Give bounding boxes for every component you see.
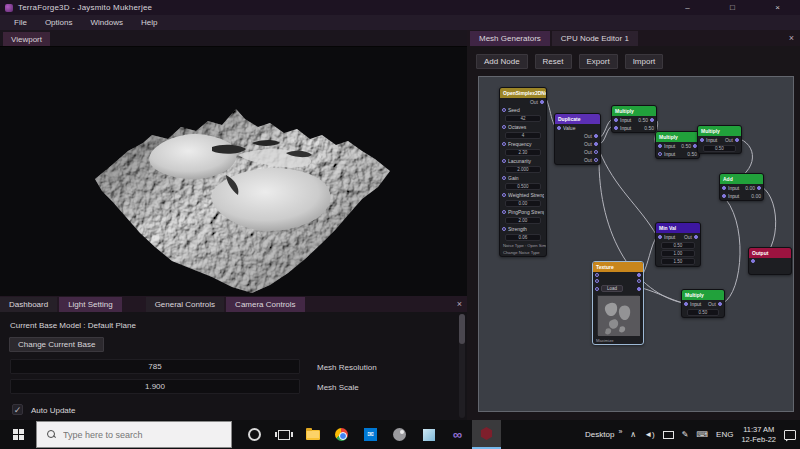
add-node-button[interactable]: Add Node [476, 54, 528, 69]
field-value[interactable]: 4 [505, 132, 541, 139]
input-pin[interactable] [595, 287, 599, 291]
cortana-button[interactable] [240, 420, 269, 449]
node-multiply-1[interactable]: Multiply Input0.50 Input0.50 [611, 105, 657, 133]
task-view-button[interactable] [269, 420, 298, 449]
field-value[interactable]: 0.50 [687, 309, 719, 316]
tab-dashboard[interactable]: Dashboard [0, 297, 57, 312]
node-editor-close-icon[interactable]: × [789, 33, 794, 43]
field-value[interactable]: 2.000 [505, 166, 541, 173]
output-pin[interactable] [650, 118, 654, 122]
visual-studio-button[interactable]: ∞ [443, 420, 472, 449]
tab-viewport[interactable]: Viewport [3, 32, 50, 46]
output-pin[interactable] [594, 142, 598, 146]
output-pin[interactable] [735, 138, 739, 142]
field-value[interactable]: 42 [505, 115, 541, 122]
mesh-resolution-input[interactable]: 785 [10, 359, 300, 374]
input-pin[interactable] [502, 159, 506, 163]
steam-button[interactable] [385, 420, 414, 449]
dashboard-scrollbar[interactable] [459, 314, 465, 418]
input-pin[interactable] [658, 235, 662, 239]
menu-file[interactable]: File [14, 18, 27, 27]
auto-update-checkbox[interactable]: ✓ [12, 404, 23, 415]
tray-chevron-icon[interactable]: ∧ [630, 430, 636, 439]
node-multiply-2[interactable]: Multiply Input0.50 Input0.50 [655, 131, 700, 159]
output-pin[interactable] [637, 273, 641, 277]
node-opensimplex-noise[interactable]: OpenSimplex2DNoise Out Seed 42 Octaves 4… [499, 87, 547, 257]
node-multiply-4[interactable]: Multiply InputOut 0.50 [681, 289, 725, 318]
search-input[interactable] [63, 430, 213, 440]
viewport-3d[interactable] [0, 46, 467, 296]
overflow-chevron-icon[interactable]: » [618, 428, 622, 435]
output-pin[interactable] [637, 279, 641, 283]
dashboard-close-icon[interactable]: × [457, 299, 462, 309]
output-pin[interactable] [594, 134, 598, 138]
input-pin[interactable] [502, 210, 506, 214]
input-pin[interactable] [595, 273, 599, 277]
maximize-button[interactable]: □ [710, 0, 755, 15]
field-value[interactable]: 1.50 [661, 258, 695, 265]
output-pin[interactable] [540, 100, 544, 104]
pen-icon[interactable]: ✎ [682, 430, 689, 439]
language-indicator[interactable]: ENG [716, 430, 733, 439]
mail-button[interactable]: ✉ [356, 420, 385, 449]
start-button[interactable] [0, 420, 36, 449]
change-noise-type-button[interactable]: Change Noise Type [500, 249, 546, 256]
output-pin[interactable] [694, 235, 698, 239]
field-value[interactable]: 0.500 [505, 183, 541, 190]
output-pin[interactable] [637, 287, 641, 291]
load-texture-button[interactable]: Load [601, 285, 623, 292]
clock[interactable]: 11:37 AM 12-Feb-22 [741, 425, 776, 445]
network-monitor-icon[interactable] [663, 431, 674, 439]
import-button[interactable]: Import [625, 54, 664, 69]
file-explorer-button[interactable] [298, 420, 327, 449]
tab-light-setting[interactable]: Light Setting [59, 297, 121, 312]
menu-windows[interactable]: Windows [90, 18, 122, 27]
input-pin[interactable] [502, 125, 506, 129]
node-output[interactable]: Output [748, 247, 792, 275]
tab-general-controls[interactable]: General Controls [146, 297, 224, 312]
node-texture[interactable]: Texture Load Maximize [592, 261, 644, 345]
node-duplicate[interactable]: Duplicate Value Out Out Out Out [554, 113, 601, 165]
taskbar-search[interactable] [36, 421, 232, 448]
terraforge3d-taskbar-button[interactable] [472, 420, 501, 449]
export-button[interactable]: Export [579, 54, 618, 69]
field-value[interactable]: 0.50 [661, 242, 695, 249]
tab-camera-controls[interactable]: Camera Controls [226, 297, 304, 312]
field-value[interactable]: 0.50 [703, 145, 736, 152]
node-min-val[interactable]: Min Val InputOut 0.50 1.00 1.50 [655, 222, 701, 267]
input-pin[interactable] [658, 144, 662, 148]
node-multiply-3[interactable]: Multiply InputOut 0.50 [697, 125, 742, 154]
menu-options[interactable]: Options [45, 18, 73, 27]
input-pin[interactable] [684, 302, 688, 306]
notifications-icon[interactable] [784, 430, 796, 440]
output-pin[interactable] [757, 186, 761, 190]
mesh-scale-input[interactable]: 1.900 [10, 379, 300, 394]
menu-help[interactable]: Help [141, 18, 157, 27]
output-pin[interactable] [718, 302, 722, 306]
input-pin[interactable] [595, 279, 599, 283]
input-pin[interactable] [502, 227, 506, 231]
input-pin[interactable] [658, 152, 662, 156]
touch-keyboard-icon[interactable]: ⌨ [697, 430, 709, 439]
tab-cpu-node-editor[interactable]: CPU Node Editor 1 [552, 31, 638, 46]
input-pin[interactable] [502, 193, 506, 197]
input-pin[interactable] [614, 126, 618, 130]
field-value[interactable]: 2.00 [505, 217, 541, 224]
node-graph-canvas[interactable]: OpenSimplex2DNoise Out Seed 42 Octaves 4… [478, 76, 794, 412]
output-pin[interactable] [594, 150, 598, 154]
input-pin[interactable] [502, 108, 506, 112]
field-value[interactable]: 1.00 [661, 250, 695, 257]
input-pin[interactable] [722, 194, 726, 198]
minimize-button[interactable]: – [665, 0, 710, 15]
node-add[interactable]: Add Input0.00 Input0.00 [719, 173, 764, 201]
tab-mesh-generators[interactable]: Mesh Generators [470, 31, 550, 46]
input-pin[interactable] [700, 138, 704, 142]
maximize-button[interactable]: Maximize [593, 337, 643, 344]
close-button[interactable]: × [755, 0, 800, 15]
input-pin[interactable] [751, 259, 755, 263]
input-pin[interactable] [502, 176, 506, 180]
desktop-label[interactable]: Desktop [585, 430, 614, 439]
field-value[interactable]: 0.06 [505, 234, 541, 241]
speaker-icon[interactable]: ◄) [644, 430, 655, 439]
field-value[interactable]: 0.00 [505, 200, 541, 207]
